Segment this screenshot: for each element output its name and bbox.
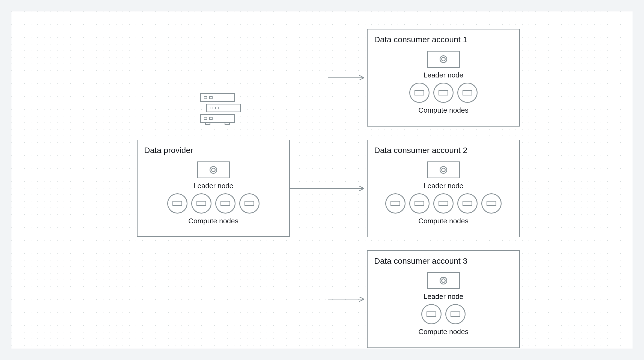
page: Data provider Leader node Compute nodes … [0, 0, 644, 360]
data-consumer-2-box: Data consumer account 2 Leader node Comp… [367, 140, 520, 237]
diagram-canvas: Data provider Leader node Compute nodes … [11, 11, 633, 349]
compute-node-icon [215, 193, 235, 214]
leader-node-icon [427, 51, 460, 68]
data-provider-title: Data provider [144, 146, 283, 155]
leader-node-icon [427, 161, 460, 178]
data-consumer-1-box: Data consumer account 1 Leader node Comp… [367, 29, 520, 127]
compute-node-icon [191, 193, 211, 214]
provider-cluster: Leader node Compute nodes [144, 161, 283, 225]
data-consumer-3-box: Data consumer account 3 Leader node Comp… [367, 250, 520, 348]
data-consumer-2-title: Data consumer account 2 [374, 146, 513, 155]
compute-node-row [385, 193, 502, 214]
compute-node-icon [457, 193, 478, 214]
compute-node-icon [421, 304, 442, 324]
connector-arrows [11, 11, 633, 349]
compute-node-icon [239, 193, 260, 214]
compute-node-row [421, 304, 466, 324]
compute-node-icon [409, 193, 430, 214]
leader-node-label: Leader node [424, 292, 463, 301]
compute-node-row [167, 193, 260, 214]
compute-node-icon [409, 83, 430, 103]
leader-node-icon [197, 161, 230, 178]
compute-node-icon [385, 193, 406, 214]
compute-node-icon [457, 83, 478, 103]
compute-nodes-label: Compute nodes [418, 217, 469, 225]
consumer-1-cluster: Leader node Compute nodes [374, 51, 513, 115]
leader-node-label: Leader node [424, 182, 463, 190]
data-consumer-3-title: Data consumer account 3 [374, 256, 513, 266]
compute-node-icon [167, 193, 187, 214]
server-stack-icon [194, 93, 241, 123]
compute-nodes-label: Compute nodes [188, 217, 238, 225]
compute-node-row [409, 83, 478, 103]
server-unit-icon [206, 104, 241, 112]
compute-node-icon [445, 304, 466, 324]
data-consumer-1-title: Data consumer account 1 [374, 35, 513, 44]
compute-node-icon [481, 193, 502, 214]
leader-node-label: Leader node [193, 182, 233, 190]
server-unit-icon [200, 93, 235, 102]
compute-node-icon [433, 83, 454, 103]
server-unit-icon [200, 114, 235, 123]
leader-node-icon [427, 272, 460, 289]
compute-nodes-label: Compute nodes [418, 106, 469, 115]
compute-nodes-label: Compute nodes [418, 328, 469, 336]
consumer-2-cluster: Leader node Compute nodes [374, 161, 513, 225]
leader-node-label: Leader node [424, 71, 463, 79]
data-provider-box: Data provider Leader node Compute nodes [137, 140, 290, 237]
compute-node-icon [433, 193, 454, 214]
consumer-3-cluster: Leader node Compute nodes [374, 272, 513, 336]
